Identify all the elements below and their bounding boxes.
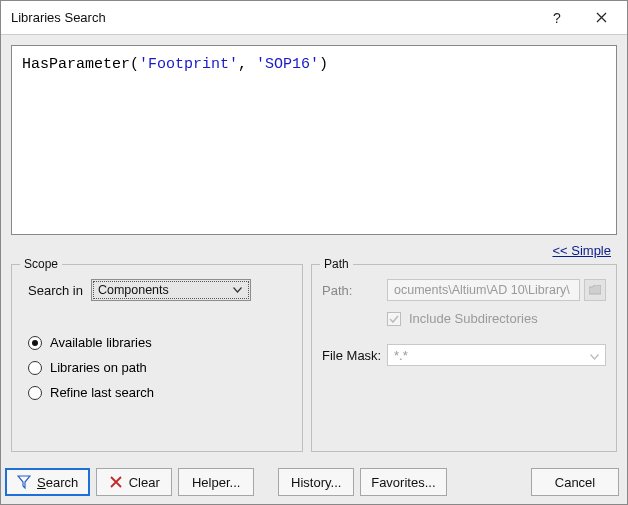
helper-button[interactable]: Helper...	[178, 468, 254, 496]
search-in-combo[interactable]: Components	[91, 279, 251, 301]
clear-icon	[109, 475, 123, 489]
query-arg1: 'Footprint'	[139, 56, 238, 73]
content-area: HasParameter('Footprint', 'SOP16') << Si…	[1, 35, 627, 462]
radio-icon	[28, 386, 42, 400]
radio-libraries-on-path[interactable]: Libraries on path	[28, 360, 292, 375]
check-icon	[389, 314, 399, 324]
include-subdirs-row: Include Subdirectories	[387, 311, 606, 326]
browse-path-button	[584, 279, 606, 301]
funnel-icon	[17, 475, 31, 489]
radio-refine-last-search[interactable]: Refine last search	[28, 385, 292, 400]
favorites-button[interactable]: Favorites...	[360, 468, 446, 496]
file-mask-value: *.*	[394, 348, 408, 363]
cancel-label: Cancel	[555, 475, 595, 490]
file-mask-combo: *.*	[387, 344, 606, 366]
close-icon	[596, 12, 607, 23]
scope-group: Scope Search in Components Available lib…	[11, 264, 303, 452]
button-row: Search Clear Helper... History... Favori…	[1, 462, 627, 504]
history-button[interactable]: History...	[278, 468, 354, 496]
libraries-search-dialog: Libraries Search ? HasParameter('Footpri…	[0, 0, 628, 505]
query-arg2: 'SOP16'	[256, 56, 319, 73]
query-input[interactable]: HasParameter('Footprint', 'SOP16')	[11, 45, 617, 235]
search-label-rest: earch	[46, 475, 79, 490]
history-label: History...	[291, 475, 341, 490]
path-legend: Path	[320, 257, 353, 271]
chevron-down-icon	[229, 287, 246, 293]
radio-available-libraries[interactable]: Available libraries	[28, 335, 292, 350]
simple-mode-link[interactable]: << Simple	[552, 243, 611, 258]
scope-legend: Scope	[20, 257, 62, 271]
help-button[interactable]: ?	[535, 3, 579, 33]
search-label-initial: S	[37, 475, 46, 490]
search-in-value: Components	[98, 283, 229, 297]
titlebar: Libraries Search ?	[1, 1, 627, 35]
radio-label: Refine last search	[50, 385, 154, 400]
path-field: ocuments\Altium\AD 10\Library\	[387, 279, 580, 301]
favorites-label: Favorites...	[371, 475, 435, 490]
radio-icon	[28, 336, 42, 350]
include-subdirs-label: Include Subdirectories	[409, 311, 538, 326]
cancel-button[interactable]: Cancel	[531, 468, 619, 496]
groups: Scope Search in Components Available lib…	[11, 264, 617, 452]
path-value: ocuments\Altium\AD 10\Library\	[394, 283, 570, 297]
path-label: Path:	[322, 283, 387, 298]
clear-label: Clear	[129, 475, 160, 490]
chevron-down-icon	[590, 348, 599, 363]
simple-link-row: << Simple	[11, 243, 617, 258]
path-group: Path Path: ocuments\Altium\AD 10\Library…	[311, 264, 617, 452]
radio-label: Libraries on path	[50, 360, 147, 375]
close-button[interactable]	[579, 3, 623, 33]
include-subdirs-checkbox	[387, 312, 401, 326]
helper-label: Helper...	[192, 475, 240, 490]
search-in-label: Search in	[28, 283, 83, 298]
search-button[interactable]: Search	[5, 468, 90, 496]
folder-icon	[589, 285, 601, 295]
file-mask-label: File Mask:	[322, 348, 387, 363]
radio-icon	[28, 361, 42, 375]
radio-label: Available libraries	[50, 335, 152, 350]
query-fn: HasParameter	[22, 56, 130, 73]
clear-button[interactable]: Clear	[96, 468, 172, 496]
window-title: Libraries Search	[11, 10, 535, 25]
scope-radios: Available libraries Libraries on path Re…	[28, 335, 292, 400]
